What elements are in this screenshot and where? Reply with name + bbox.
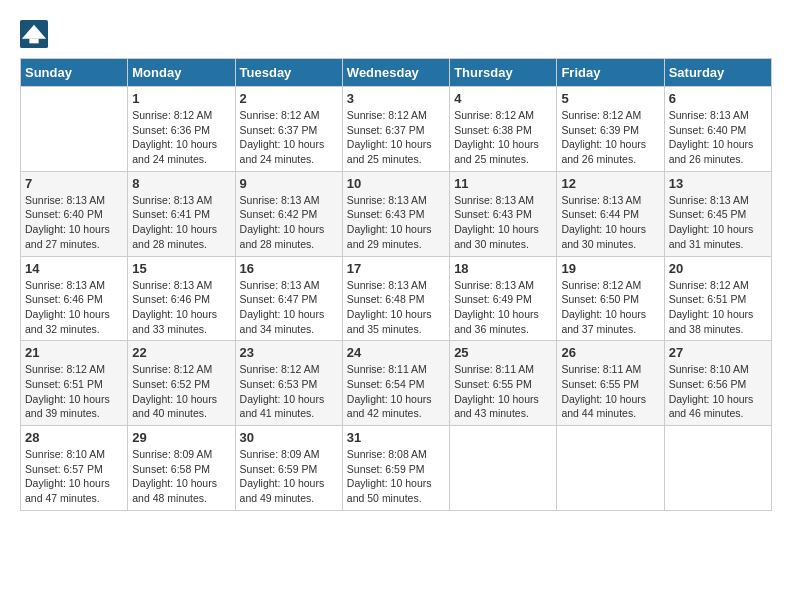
calendar-day-cell: 1 Sunrise: 8:12 AMSunset: 6:36 PMDayligh…	[128, 87, 235, 172]
calendar-day-cell: 19 Sunrise: 8:12 AMSunset: 6:50 PMDaylig…	[557, 256, 664, 341]
day-info: Sunrise: 8:13 AMSunset: 6:48 PMDaylight:…	[347, 278, 445, 337]
day-info: Sunrise: 8:08 AMSunset: 6:59 PMDaylight:…	[347, 447, 445, 506]
day-info: Sunrise: 8:13 AMSunset: 6:44 PMDaylight:…	[561, 193, 659, 252]
calendar-day-cell: 21 Sunrise: 8:12 AMSunset: 6:51 PMDaylig…	[21, 341, 128, 426]
day-number: 2	[240, 91, 338, 106]
day-info: Sunrise: 8:13 AMSunset: 6:46 PMDaylight:…	[132, 278, 230, 337]
calendar-day-cell: 6 Sunrise: 8:13 AMSunset: 6:40 PMDayligh…	[664, 87, 771, 172]
calendar-day-cell: 18 Sunrise: 8:13 AMSunset: 6:49 PMDaylig…	[450, 256, 557, 341]
calendar-day-cell: 3 Sunrise: 8:12 AMSunset: 6:37 PMDayligh…	[342, 87, 449, 172]
day-info: Sunrise: 8:12 AMSunset: 6:51 PMDaylight:…	[25, 362, 123, 421]
day-info: Sunrise: 8:13 AMSunset: 6:49 PMDaylight:…	[454, 278, 552, 337]
day-number: 14	[25, 261, 123, 276]
weekday-header-cell: Friday	[557, 59, 664, 87]
calendar-body: 1 Sunrise: 8:12 AMSunset: 6:36 PMDayligh…	[21, 87, 772, 511]
day-info: Sunrise: 8:12 AMSunset: 6:52 PMDaylight:…	[132, 362, 230, 421]
day-info: Sunrise: 8:12 AMSunset: 6:38 PMDaylight:…	[454, 108, 552, 167]
calendar-week-row: 1 Sunrise: 8:12 AMSunset: 6:36 PMDayligh…	[21, 87, 772, 172]
day-info: Sunrise: 8:13 AMSunset: 6:46 PMDaylight:…	[25, 278, 123, 337]
calendar-header: SundayMondayTuesdayWednesdayThursdayFrid…	[21, 59, 772, 87]
calendar-day-cell: 4 Sunrise: 8:12 AMSunset: 6:38 PMDayligh…	[450, 87, 557, 172]
day-number: 30	[240, 430, 338, 445]
day-number: 17	[347, 261, 445, 276]
calendar-day-cell: 12 Sunrise: 8:13 AMSunset: 6:44 PMDaylig…	[557, 171, 664, 256]
day-number: 6	[669, 91, 767, 106]
calendar-week-row: 7 Sunrise: 8:13 AMSunset: 6:40 PMDayligh…	[21, 171, 772, 256]
day-number: 1	[132, 91, 230, 106]
calendar-day-cell: 2 Sunrise: 8:12 AMSunset: 6:37 PMDayligh…	[235, 87, 342, 172]
day-number: 13	[669, 176, 767, 191]
day-number: 21	[25, 345, 123, 360]
day-info: Sunrise: 8:11 AMSunset: 6:54 PMDaylight:…	[347, 362, 445, 421]
calendar-day-cell: 13 Sunrise: 8:13 AMSunset: 6:45 PMDaylig…	[664, 171, 771, 256]
calendar-day-cell: 11 Sunrise: 8:13 AMSunset: 6:43 PMDaylig…	[450, 171, 557, 256]
calendar-day-cell: 29 Sunrise: 8:09 AMSunset: 6:58 PMDaylig…	[128, 426, 235, 511]
day-number: 27	[669, 345, 767, 360]
day-info: Sunrise: 8:11 AMSunset: 6:55 PMDaylight:…	[561, 362, 659, 421]
day-info: Sunrise: 8:12 AMSunset: 6:51 PMDaylight:…	[669, 278, 767, 337]
day-info: Sunrise: 8:12 AMSunset: 6:36 PMDaylight:…	[132, 108, 230, 167]
day-number: 16	[240, 261, 338, 276]
day-number: 28	[25, 430, 123, 445]
day-info: Sunrise: 8:13 AMSunset: 6:45 PMDaylight:…	[669, 193, 767, 252]
calendar-week-row: 28 Sunrise: 8:10 AMSunset: 6:57 PMDaylig…	[21, 426, 772, 511]
day-number: 4	[454, 91, 552, 106]
day-number: 19	[561, 261, 659, 276]
day-info: Sunrise: 8:13 AMSunset: 6:42 PMDaylight:…	[240, 193, 338, 252]
weekday-header-cell: Wednesday	[342, 59, 449, 87]
day-info: Sunrise: 8:12 AMSunset: 6:37 PMDaylight:…	[347, 108, 445, 167]
calendar-day-cell: 22 Sunrise: 8:12 AMSunset: 6:52 PMDaylig…	[128, 341, 235, 426]
calendar-day-cell: 8 Sunrise: 8:13 AMSunset: 6:41 PMDayligh…	[128, 171, 235, 256]
day-number: 11	[454, 176, 552, 191]
weekday-header-cell: Monday	[128, 59, 235, 87]
calendar-day-cell	[450, 426, 557, 511]
day-number: 20	[669, 261, 767, 276]
weekday-header-row: SundayMondayTuesdayWednesdayThursdayFrid…	[21, 59, 772, 87]
calendar-day-cell: 31 Sunrise: 8:08 AMSunset: 6:59 PMDaylig…	[342, 426, 449, 511]
calendar-day-cell: 20 Sunrise: 8:12 AMSunset: 6:51 PMDaylig…	[664, 256, 771, 341]
calendar-day-cell: 9 Sunrise: 8:13 AMSunset: 6:42 PMDayligh…	[235, 171, 342, 256]
weekday-header-cell: Saturday	[664, 59, 771, 87]
calendar-table: SundayMondayTuesdayWednesdayThursdayFrid…	[20, 58, 772, 511]
calendar-day-cell: 7 Sunrise: 8:13 AMSunset: 6:40 PMDayligh…	[21, 171, 128, 256]
day-number: 23	[240, 345, 338, 360]
day-number: 15	[132, 261, 230, 276]
calendar-day-cell: 5 Sunrise: 8:12 AMSunset: 6:39 PMDayligh…	[557, 87, 664, 172]
day-number: 18	[454, 261, 552, 276]
svg-rect-2	[29, 39, 38, 44]
calendar-day-cell: 25 Sunrise: 8:11 AMSunset: 6:55 PMDaylig…	[450, 341, 557, 426]
day-info: Sunrise: 8:10 AMSunset: 6:57 PMDaylight:…	[25, 447, 123, 506]
day-number: 8	[132, 176, 230, 191]
page-header	[20, 20, 772, 48]
day-info: Sunrise: 8:12 AMSunset: 6:39 PMDaylight:…	[561, 108, 659, 167]
calendar-day-cell: 17 Sunrise: 8:13 AMSunset: 6:48 PMDaylig…	[342, 256, 449, 341]
calendar-day-cell: 24 Sunrise: 8:11 AMSunset: 6:54 PMDaylig…	[342, 341, 449, 426]
day-info: Sunrise: 8:12 AMSunset: 6:37 PMDaylight:…	[240, 108, 338, 167]
weekday-header-cell: Thursday	[450, 59, 557, 87]
day-number: 31	[347, 430, 445, 445]
day-number: 25	[454, 345, 552, 360]
calendar-day-cell: 15 Sunrise: 8:13 AMSunset: 6:46 PMDaylig…	[128, 256, 235, 341]
weekday-header-cell: Sunday	[21, 59, 128, 87]
day-number: 12	[561, 176, 659, 191]
day-number: 26	[561, 345, 659, 360]
day-info: Sunrise: 8:13 AMSunset: 6:43 PMDaylight:…	[347, 193, 445, 252]
day-info: Sunrise: 8:13 AMSunset: 6:40 PMDaylight:…	[669, 108, 767, 167]
calendar-week-row: 21 Sunrise: 8:12 AMSunset: 6:51 PMDaylig…	[21, 341, 772, 426]
day-info: Sunrise: 8:12 AMSunset: 6:50 PMDaylight:…	[561, 278, 659, 337]
day-info: Sunrise: 8:09 AMSunset: 6:58 PMDaylight:…	[132, 447, 230, 506]
day-info: Sunrise: 8:11 AMSunset: 6:55 PMDaylight:…	[454, 362, 552, 421]
day-number: 22	[132, 345, 230, 360]
day-number: 7	[25, 176, 123, 191]
logo-icon	[20, 20, 48, 48]
logo	[20, 20, 50, 48]
day-info: Sunrise: 8:13 AMSunset: 6:41 PMDaylight:…	[132, 193, 230, 252]
day-info: Sunrise: 8:10 AMSunset: 6:56 PMDaylight:…	[669, 362, 767, 421]
calendar-day-cell: 23 Sunrise: 8:12 AMSunset: 6:53 PMDaylig…	[235, 341, 342, 426]
day-info: Sunrise: 8:12 AMSunset: 6:53 PMDaylight:…	[240, 362, 338, 421]
day-number: 10	[347, 176, 445, 191]
day-number: 9	[240, 176, 338, 191]
calendar-day-cell: 14 Sunrise: 8:13 AMSunset: 6:46 PMDaylig…	[21, 256, 128, 341]
calendar-day-cell: 26 Sunrise: 8:11 AMSunset: 6:55 PMDaylig…	[557, 341, 664, 426]
calendar-day-cell	[21, 87, 128, 172]
